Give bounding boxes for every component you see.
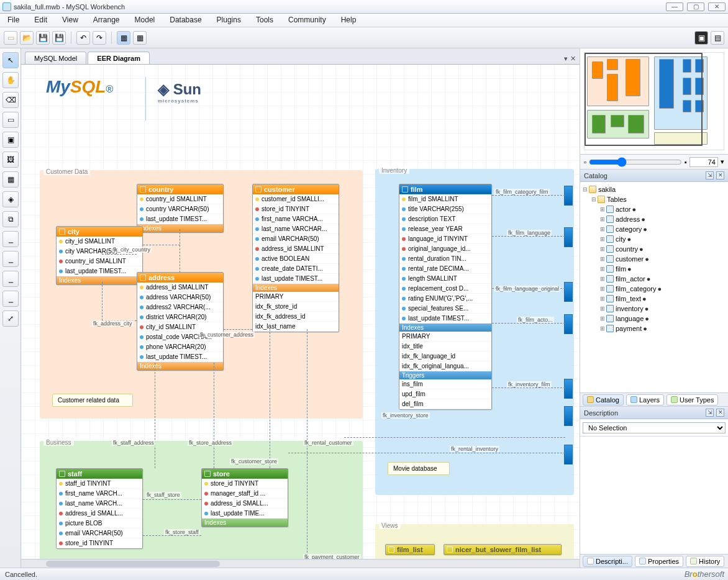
open-file-button[interactable]: 📂: [20, 31, 34, 45]
panel-close-icon[interactable]: ✕: [716, 171, 724, 179]
menu-help[interactable]: Help: [334, 14, 364, 27]
rel-nton-tool[interactable]: ⎯: [2, 291, 19, 307]
note-inventory[interactable]: Movie database: [388, 462, 450, 475]
menu-view[interactable]: View: [55, 14, 86, 27]
menu-file[interactable]: File: [0, 14, 27, 27]
view-tool[interactable]: ◈: [2, 191, 19, 207]
save-as-button[interactable]: 💾: [52, 31, 66, 45]
subtab-layers[interactable]: Layers: [626, 394, 664, 406]
menu-tools[interactable]: Tools: [248, 14, 281, 27]
rel-1ton-tool[interactable]: ⎯: [2, 251, 19, 267]
tree-table-address[interactable]: ⊞address ●: [581, 214, 727, 224]
subtab-properties[interactable]: Properties: [635, 556, 683, 567]
entity-city[interactable]: city city_id SMALLINT city VARCHAR(50) c…: [56, 226, 143, 285]
diagram-overview[interactable]: [580, 48, 728, 154]
panel-close-icon[interactable]: ✕: [716, 409, 724, 417]
expand-icon[interactable]: ⊞: [599, 306, 606, 312]
side-panel-button[interactable]: ▤: [711, 31, 724, 45]
entity-stub[interactable]: [564, 445, 573, 464]
maximize-button[interactable]: ▢: [687, 2, 704, 11]
note-customer[interactable]: Customer related data: [52, 394, 133, 407]
save-button[interactable]: 💾: [36, 31, 50, 45]
entity-stub[interactable]: [564, 186, 573, 206]
tab-eer-diagram[interactable]: EER Diagram: [88, 52, 150, 64]
tree-table-film_category[interactable]: ⊞film_category ●: [581, 284, 727, 294]
entity-customer[interactable]: customer customer_id SMALLI... store_id …: [252, 184, 339, 332]
expand-icon[interactable]: ⊞: [599, 286, 606, 292]
menu-community[interactable]: Community: [281, 14, 334, 27]
eraser-tool[interactable]: ⌫: [2, 92, 19, 108]
tree-table-actor[interactable]: ⊞actor ●: [581, 204, 727, 214]
zoom-out-icon[interactable]: ▫: [584, 158, 586, 166]
entity-staff[interactable]: staff staff_id TINYINT first_name VARCH.…: [56, 468, 143, 549]
subtab-usertypes[interactable]: User Types: [667, 394, 718, 406]
pin-icon[interactable]: ⇲: [706, 171, 714, 179]
pointer-tool[interactable]: ↖: [2, 52, 19, 68]
overview-viewport[interactable]: [585, 53, 703, 146]
entity-country[interactable]: country country_id SMALLINT country VARC…: [137, 184, 224, 233]
grid-toggle-button[interactable]: ▦: [117, 31, 130, 45]
entity-nicer-film-list[interactable]: nicer_but_slower_film_list: [444, 544, 562, 555]
zoom-dropdown-icon[interactable]: ▾: [721, 158, 724, 166]
canvas-viewport[interactable]: MySQL® ◈ Sunmicrosystems Customer Data C…: [21, 65, 580, 559]
entity-stub[interactable]: [564, 406, 573, 426]
expand-icon[interactable]: ⊞: [599, 266, 606, 272]
tab-close-icon[interactable]: ✕: [570, 55, 576, 63]
pin-icon[interactable]: ⇲: [706, 409, 714, 417]
zoom-slider[interactable]: [589, 157, 682, 167]
expand-icon[interactable]: ⊞: [599, 216, 606, 222]
subtab-description[interactable]: Descripti...: [583, 556, 632, 567]
entity-stub[interactable]: [564, 282, 573, 302]
expand-icon[interactable]: ⊞: [599, 325, 606, 332]
tree-table-payment[interactable]: ⊞payment ●: [581, 324, 727, 333]
tab-dropdown-icon[interactable]: ▾: [564, 55, 568, 63]
entity-stub[interactable]: [564, 314, 573, 334]
tree-table-customer[interactable]: ⊞customer ●: [581, 254, 727, 264]
description-body[interactable]: [580, 437, 728, 554]
tree-schema[interactable]: ⊟sakila: [581, 184, 727, 194]
tree-table-film_text[interactable]: ⊞film_text ●: [581, 294, 727, 304]
expand-icon[interactable]: ⊞: [599, 296, 606, 302]
tree-table-film[interactable]: ⊞film ●: [581, 264, 727, 274]
entity-film[interactable]: film film_id SMALLINT title VARCHAR(255)…: [399, 184, 492, 410]
layer-tool[interactable]: ▭: [2, 112, 19, 128]
entity-address[interactable]: address address_id SMALLINT address VARC…: [137, 272, 224, 371]
entity-stub[interactable]: [564, 227, 573, 247]
expand-icon[interactable]: ⊟: [581, 186, 589, 193]
tree-table-country[interactable]: ⊞country ●: [581, 244, 727, 254]
tree-tables-folder[interactable]: ⊟Tables: [581, 194, 727, 204]
rel-1ton-id-tool[interactable]: ⎯: [2, 271, 19, 287]
expand-icon[interactable]: ⊞: [599, 206, 606, 212]
menu-edit[interactable]: Edit: [27, 14, 55, 27]
zoom-value-input[interactable]: [689, 157, 718, 167]
expand-icon[interactable]: ⊞: [599, 246, 606, 252]
minimize-button[interactable]: —: [666, 2, 683, 11]
expand-icon[interactable]: ⊞: [599, 236, 606, 242]
output-panel-button[interactable]: ▣: [694, 31, 708, 45]
entity-film-list[interactable]: film_list: [385, 544, 435, 555]
tree-table-film_actor[interactable]: ⊞film_actor ●: [581, 274, 727, 284]
close-button[interactable]: ✕: [708, 2, 726, 11]
menu-model[interactable]: Model: [127, 14, 163, 27]
description-selector[interactable]: No Selection: [583, 422, 726, 433]
menu-database[interactable]: Database: [162, 14, 209, 27]
routine-tool[interactable]: ⧉: [2, 211, 19, 227]
horizontal-scrollbar[interactable]: [21, 559, 580, 568]
tab-mysql-model[interactable]: MySQL Model: [25, 52, 86, 64]
table-tool[interactable]: ▦: [2, 171, 19, 188]
tree-table-inventory[interactable]: ⊞inventory ●: [581, 304, 727, 314]
entity-store[interactable]: store store_id TINYINT manager_staff_id …: [201, 468, 288, 527]
redo-button[interactable]: ↷: [93, 31, 106, 45]
expand-icon[interactable]: ⊞: [599, 256, 606, 262]
undo-button[interactable]: ↶: [76, 31, 90, 45]
subtab-history[interactable]: History: [686, 556, 724, 567]
tree-table-category[interactable]: ⊞category ●: [581, 224, 727, 234]
rel-1to1-tool[interactable]: ⎯: [2, 231, 19, 247]
menu-plugins[interactable]: Plugins: [209, 14, 248, 27]
note-tool[interactable]: ▣: [2, 132, 19, 148]
entity-stub[interactable]: [564, 379, 573, 399]
tree-table-city[interactable]: ⊞city ●: [581, 234, 727, 244]
image-tool[interactable]: 🖼: [2, 152, 19, 168]
rel-existing-tool[interactable]: ⤢: [2, 310, 19, 327]
menu-arrange[interactable]: Arrange: [86, 14, 127, 27]
